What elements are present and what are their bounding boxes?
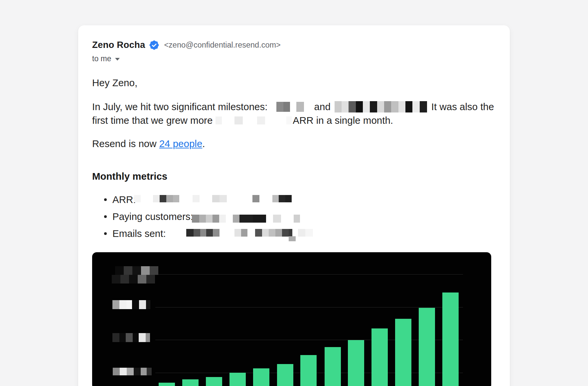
- chart-bar: [348, 340, 364, 386]
- chart-bar: [395, 319, 411, 386]
- redacted-text: [192, 215, 300, 223]
- email-header: Zeno Rocha <zeno@confidential.resend.com…: [92, 39, 281, 51]
- chart-bar: [277, 364, 293, 386]
- recipient-label: to me: [92, 54, 111, 63]
- chart-bar: [253, 368, 269, 386]
- chevron-down-icon: [115, 58, 120, 61]
- recipient-toggle[interactable]: to me: [92, 54, 120, 64]
- paragraph-line-1: In July, we hit two significant mileston…: [92, 100, 494, 113]
- redacted-text: [335, 101, 427, 112]
- list-item-emails: Emails sent:: [92, 228, 166, 239]
- chart-bar: [182, 379, 199, 386]
- chart-gridline: [155, 340, 463, 340]
- chart-bar: [371, 328, 388, 386]
- verified-badge-icon: [149, 40, 159, 50]
- redacted-text: [276, 102, 290, 112]
- chart-gridline: [155, 274, 463, 275]
- body-text: and: [314, 101, 331, 112]
- bullet-icon: [104, 198, 107, 201]
- body-text: Resend is now: [92, 138, 159, 149]
- body-text: ARR in a single month.: [293, 115, 393, 126]
- redacted-text: [134, 195, 292, 202]
- chart-bar: [206, 377, 222, 386]
- bullet-label: Emails sent:: [112, 228, 166, 239]
- chart-gridline: [155, 307, 463, 307]
- redacted-axis-label: [113, 368, 152, 375]
- redacted-text: [289, 236, 296, 241]
- redacted-text: [216, 116, 292, 124]
- redacted-text: [296, 102, 304, 112]
- paragraph-2: Resend is now 24 people .: [92, 137, 205, 150]
- paragraph-line-2: first time that we grew more ARR in a si…: [92, 113, 393, 127]
- sender-name: Zeno Rocha: [92, 40, 145, 50]
- chart-bar: [442, 292, 459, 386]
- list-item-arr: ARR:: [92, 194, 136, 205]
- redacted-axis-label: [112, 300, 150, 309]
- bullet-label: Paying customers:: [112, 211, 193, 222]
- redacted-axis-label: [112, 266, 158, 284]
- body-text: In July, we hit two significant mileston…: [92, 101, 270, 112]
- bullet-label: ARR:: [112, 194, 136, 205]
- metrics-heading: Monthly metrics: [92, 169, 167, 183]
- people-count-link[interactable]: 24 people: [159, 138, 203, 149]
- bullet-icon: [104, 215, 107, 218]
- body-text: It was also the: [431, 101, 494, 112]
- sender-email: <zeno@confidential.resend.com>: [164, 41, 280, 50]
- redacted-text: [186, 229, 313, 237]
- metrics-chart: [92, 252, 491, 386]
- chart-bar: [419, 308, 435, 386]
- list-item-customers: Paying customers:: [92, 211, 193, 222]
- chart-bar: [229, 373, 246, 386]
- chart-bar: [300, 355, 317, 386]
- greeting-text: Hey Zeno,: [92, 76, 137, 90]
- redacted-axis-label: [112, 333, 150, 342]
- chart-bar: [159, 383, 175, 386]
- chart-bar: [325, 347, 341, 386]
- bullet-icon: [104, 232, 107, 235]
- body-text: .: [202, 138, 205, 149]
- body-text: first time that we grew more: [92, 115, 213, 126]
